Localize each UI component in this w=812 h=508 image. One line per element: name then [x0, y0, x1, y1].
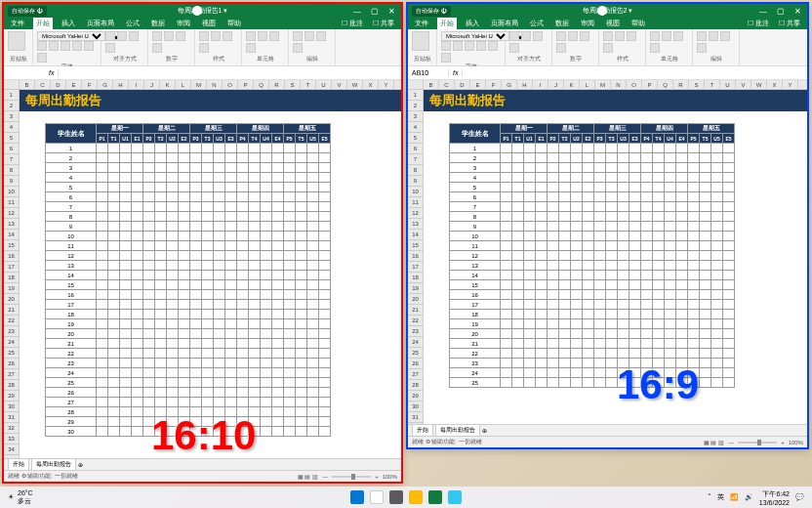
paste-icon[interactable] [412, 31, 429, 51]
explorer-icon[interactable] [409, 490, 423, 504]
color-icon[interactable] [441, 53, 451, 63]
row-header[interactable]: 23 [4, 326, 20, 337]
col-header[interactable]: X [767, 80, 783, 89]
row-header[interactable]: 19 [408, 283, 424, 294]
attendance-table[interactable]: 学生姓名星期一星期二星期三星期四星期五P1T1U1E1P2T2U2E2P3T3U… [45, 123, 331, 437]
col-header[interactable]: P [642, 80, 658, 89]
bold-icon[interactable] [441, 41, 451, 51]
col-header[interactable]: V [736, 80, 751, 89]
fill-icon[interactable] [488, 41, 498, 51]
row-header[interactable]: 10 [4, 187, 20, 197]
row-header[interactable]: 18 [408, 273, 424, 283]
row-header[interactable]: 17 [4, 262, 20, 273]
wifi-icon[interactable]: 📶 [730, 493, 739, 501]
close-icon[interactable]: ✕ [387, 7, 397, 16]
menu-item[interactable]: 文件 [412, 18, 431, 29]
ribbon-btn[interactable] [662, 31, 671, 41]
notifications-icon[interactable]: 💬 [795, 493, 804, 501]
row-header[interactable]: 6 [408, 144, 424, 154]
row-header[interactable]: 27 [408, 369, 424, 380]
row-header[interactable]: 14 [408, 230, 424, 240]
row-header[interactable]: 13 [408, 219, 424, 230]
close-icon[interactable]: ✕ [793, 7, 803, 16]
minimize-icon[interactable]: — [758, 7, 768, 16]
col-header[interactable]: U [720, 80, 736, 89]
add-sheet-icon[interactable]: ⊕ [482, 427, 487, 434]
ribbon-btn[interactable] [316, 31, 326, 41]
menu-item[interactable]: 页面布局 [84, 18, 117, 29]
row-header[interactable]: 33 [4, 434, 20, 444]
row-header[interactable]: 11 [408, 197, 424, 208]
row-header[interactable]: 16 [4, 251, 20, 262]
menu-item[interactable]: 开始 [437, 18, 457, 29]
col-header[interactable]: Q [658, 80, 673, 89]
row-header[interactable]: 1 [408, 90, 424, 101]
col-header[interactable]: J [144, 80, 160, 89]
clock-date[interactable]: 13/6/2022 [759, 499, 790, 506]
ribbon-btn[interactable] [509, 31, 519, 41]
app-icon[interactable] [448, 490, 462, 504]
row-header[interactable]: 24 [408, 337, 424, 348]
ribbon-btn[interactable] [164, 31, 174, 41]
col-header[interactable]: H [113, 80, 129, 89]
ribbon-btn[interactable] [627, 31, 636, 41]
row-header[interactable]: 2 [408, 101, 424, 111]
row-header[interactable]: 20 [4, 294, 20, 305]
ribbon-btn[interactable] [533, 31, 543, 41]
col-header[interactable]: P [238, 80, 254, 89]
col-header[interactable]: B [20, 80, 35, 89]
row-header[interactable]: 29 [4, 391, 20, 402]
ribbon-btn[interactable] [509, 43, 519, 53]
col-header[interactable]: Y [783, 80, 798, 89]
col-header[interactable]: C [35, 80, 51, 89]
ribbon-btn[interactable] [697, 31, 707, 41]
row-header[interactable]: 18 [4, 273, 20, 283]
fx-icon[interactable]: fx [45, 69, 59, 76]
row-header[interactable]: 22 [4, 316, 20, 326]
ribbon-btn[interactable] [697, 43, 707, 53]
row-header[interactable]: 21 [408, 305, 424, 316]
row-header[interactable]: 17 [408, 262, 424, 273]
menu-item[interactable]: ☐ 共享 [776, 18, 803, 29]
menu-item[interactable]: 视图 [199, 18, 219, 29]
formula-bar[interactable]: AB10 fx [408, 66, 807, 80]
ribbon-btn[interactable] [720, 31, 730, 41]
row-header[interactable]: 15 [4, 240, 20, 251]
row-header[interactable]: 3 [408, 111, 424, 122]
row-header[interactable]: 23 [408, 326, 424, 337]
ribbon-btn[interactable] [293, 31, 303, 41]
col-header[interactable]: L [176, 80, 191, 89]
ribbon-btn[interactable] [568, 31, 578, 41]
ribbon-btn[interactable] [105, 31, 115, 41]
ribbon-btn[interactable] [709, 31, 718, 41]
row-header[interactable]: 30 [408, 402, 424, 412]
row-header[interactable]: 29 [408, 391, 424, 402]
col-header[interactable]: J [548, 80, 564, 89]
ribbon-btn[interactable] [650, 31, 660, 41]
row-header[interactable]: 9 [408, 176, 424, 187]
menu-item[interactable]: 审阅 [578, 18, 597, 29]
col-header[interactable]: R [673, 80, 689, 89]
col-header[interactable]: S [285, 80, 301, 89]
ribbon-btn[interactable] [152, 43, 162, 53]
row-header[interactable]: 31 [408, 412, 424, 423]
col-header[interactable]: X [363, 80, 379, 89]
tray-chevron-icon[interactable]: ˄ [708, 493, 711, 501]
zoom-slider[interactable] [738, 442, 777, 444]
attendance-table[interactable]: 学生姓名星期一星期二星期三星期四星期五P1T1U1E1P2T2U2E2P3T3U… [449, 123, 735, 388]
col-header[interactable]: T [705, 80, 720, 89]
col-header[interactable]: W [751, 80, 767, 89]
row-header[interactable]: 28 [4, 380, 20, 391]
bold-icon[interactable] [37, 41, 47, 51]
ribbon-btn[interactable] [603, 31, 613, 41]
autosave-toggle[interactable]: 自动保存 ⏻ [412, 6, 451, 17]
row-header[interactable]: 30 [4, 402, 20, 412]
border-icon[interactable] [72, 41, 82, 51]
col-header[interactable]: G [502, 80, 517, 89]
menu-item[interactable]: 插入 [59, 18, 78, 29]
row-header[interactable]: 5 [408, 133, 424, 144]
ribbon-btn[interactable] [223, 31, 232, 41]
row-header[interactable]: 27 [4, 369, 20, 380]
menu-item[interactable]: 插入 [463, 18, 482, 29]
col-header[interactable]: Y [379, 80, 394, 89]
